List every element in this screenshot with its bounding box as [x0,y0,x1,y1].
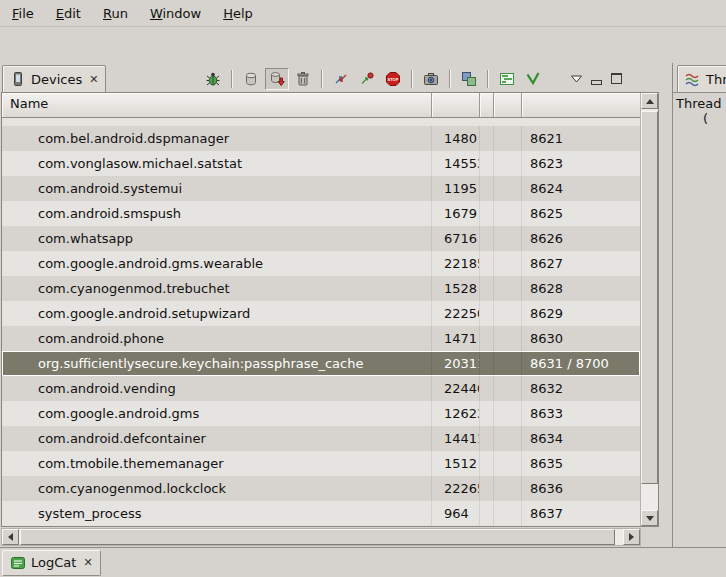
tab-devices[interactable]: Devices ✕ [2,65,106,92]
view-menu-button[interactable] [567,71,585,87]
close-icon[interactable]: ✕ [89,73,98,86]
empty-cell [494,301,522,326]
tab-logcat-label: LogCat [31,555,76,570]
vertical-scrollbar[interactable] [640,93,658,526]
empty-cell [494,401,522,426]
ddms-window: File Edit Run Window Help Devices ✕ [0,0,726,577]
stop-sign-icon: STOP [385,71,401,87]
table-row[interactable]: com.google.android.gms.wearable221858627 [2,251,640,276]
process-name: com.android.vending [2,376,432,401]
tab-logcat[interactable]: LogCat ✕ [2,550,101,576]
tab-threads[interactable]: Threads [677,65,726,92]
table-row[interactable]: com.google.android.gms126238633 [2,401,640,426]
table-row[interactable]: com.cyanogenmod.trebuchet15288628 [2,276,640,301]
empty-cell [480,376,494,401]
close-icon[interactable]: ✕ [83,556,92,569]
vertical-scroll-track[interactable] [641,109,658,510]
process-name: com.bel.android.dspmanager [2,126,432,151]
process-name: com.android.smspush [2,201,432,226]
menu-window[interactable]: Window [146,4,205,23]
table-row[interactable]: com.tmobile.thememanager15128635 [2,451,640,476]
process-name: com.google.android.gms.wearable [2,251,432,276]
table-row[interactable]: com.cyanogenmod.lockclock222658636 [2,476,640,501]
column-header-name[interactable]: Name [2,93,432,117]
cause-gc-button[interactable] [291,68,315,90]
scroll-right-button[interactable] [623,529,640,545]
empty-cell [494,226,522,251]
update-threads-button[interactable] [329,68,353,90]
panel-sash[interactable] [663,63,672,548]
minimize-button[interactable] [587,71,605,87]
scroll-left-button[interactable] [2,529,19,545]
process-pid: 14411 [432,426,480,451]
empty-cell [494,351,522,376]
process-pid: 22265 [432,476,480,501]
table-row[interactable]: com.vonglasow.michael.satstat145538623 [2,151,640,176]
maximize-button[interactable] [607,71,625,87]
table-row[interactable]: com.bel.android.dspmanager14808621 [2,126,640,151]
empty-cell [480,151,494,176]
table-row[interactable]: com.whatsapp67168626 [2,226,640,251]
start-opengl-trace-button[interactable] [521,68,545,90]
empty-cell [480,251,494,276]
dump-view-hierarchy-button[interactable] [457,68,481,90]
maximize-icon [611,73,622,84]
dump-hprof-button[interactable] [265,68,289,90]
stop-process-button[interactable]: STOP [381,68,405,90]
process-port: 8634 [522,426,640,451]
start-method-profiling-button[interactable] [355,68,379,90]
table-row-selected[interactable]: org.sufficientlysecure.keychain:passphra… [2,351,640,376]
process-pid: 1528 [432,276,480,301]
trash-icon [295,71,311,87]
column-header-pid[interactable] [432,93,480,117]
process-port: 8625 [522,201,640,226]
threads-icon [685,71,701,87]
process-pid: 1195 [432,176,480,201]
menu-edit[interactable]: Edit [52,4,85,23]
capture-systrace-button[interactable] [495,68,519,90]
systrace-icon [499,71,515,87]
empty-cell [480,351,494,376]
table-row[interactable]: com.android.vending224408632 [2,376,640,401]
empty-cell [480,201,494,226]
update-heap-button[interactable] [239,68,263,90]
screen-capture-button[interactable] [419,68,443,90]
table-row[interactable]: com.android.defcontainer144118634 [2,426,640,451]
scroll-up-button[interactable] [641,93,658,109]
column-header-4[interactable] [494,93,522,117]
process-pid: 964 [432,501,480,526]
process-pid: 12623 [432,401,480,426]
table-row[interactable]: system_process9648637 [2,501,640,526]
horizontal-scrollbar[interactable] [1,528,641,546]
column-header-3[interactable] [480,93,494,117]
view-hierarchy-icon [461,71,477,87]
menu-run[interactable]: Run [99,4,132,23]
column-header-port[interactable] [522,93,640,117]
horizontal-scroll-track[interactable] [19,529,623,545]
table-header: Name [2,93,640,118]
table-row[interactable]: com.google.android.setupwizard222508629 [2,301,640,326]
process-pid: 22185 [432,251,480,276]
debug-process-button[interactable] [201,68,225,90]
table-row[interactable]: com.android.smspush16798625 [2,201,640,226]
table-row[interactable]: com.android.systemui11958624 [2,176,640,201]
process-pid: 14553 [432,151,480,176]
threads-message-line1: Thread up [676,96,726,111]
toolbar-separator [321,70,323,88]
table-row[interactable]: com.android.phone14718630 [2,326,640,351]
threads-message: Thread up ( [673,92,726,126]
up-arrow-icon [646,99,654,104]
empty-cell [494,251,522,276]
empty-cell [480,476,494,501]
threads-refresh-icon [333,71,349,87]
horizontal-scroll-thumb[interactable] [20,529,615,545]
right-arrow-icon [629,533,634,541]
menu-help[interactable]: Help [219,4,257,23]
menu-file[interactable]: File [8,4,38,23]
tab-threads-label: Threads [706,72,726,87]
scroll-down-button[interactable] [641,510,658,526]
vertical-scroll-thumb[interactable] [641,111,658,484]
toolbar-separator [231,70,233,88]
devices-view: Devices ✕ [0,63,663,548]
toolbar-separator [449,70,451,88]
